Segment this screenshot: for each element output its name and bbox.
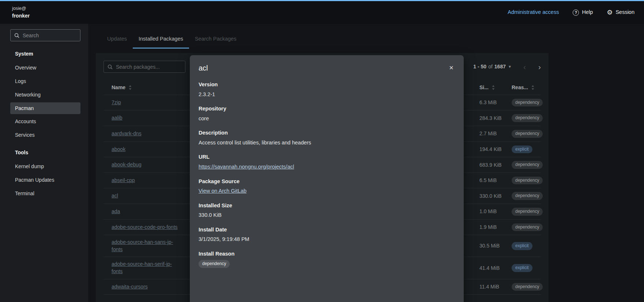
sidebar-item-accounts[interactable]: Accounts bbox=[10, 116, 80, 128]
nav-section-tools: Tools bbox=[0, 146, 88, 159]
modal-field-install-date: Install Date3/1/2025, 9:19:48 PM bbox=[199, 226, 455, 243]
help-menu[interactable]: ? Help bbox=[573, 9, 593, 16]
search-icon bbox=[14, 33, 19, 38]
user-host-block[interactable]: josie@ fronker bbox=[12, 5, 30, 19]
field-label: Installed Size bbox=[199, 202, 455, 209]
sidebar-search-box[interactable] bbox=[10, 29, 80, 41]
field-label: Version bbox=[199, 81, 455, 88]
field-value: View on Arch GitLab bbox=[199, 188, 455, 195]
field-value: Access control list utilities, libraries… bbox=[199, 139, 455, 147]
field-link[interactable]: View on Arch GitLab bbox=[199, 188, 246, 194]
package-detail-modal: acl × Version2.3.2-1RepositorycoreDescri… bbox=[190, 55, 464, 302]
field-link[interactable]: https://savannah.nongnu.org/projects/acl bbox=[199, 164, 294, 170]
sidebar-item-logs[interactable]: Logs bbox=[10, 75, 80, 87]
modal-field-description: DescriptionAccess control list utilities… bbox=[199, 129, 455, 146]
sidebar-item-pacman-updates[interactable]: Pacman Updates bbox=[10, 174, 80, 186]
field-value: dependency bbox=[199, 260, 455, 268]
sidebar-nav: SystemOverviewLogsNetworkingPacmanAccoun… bbox=[0, 47, 88, 200]
field-value: core bbox=[199, 115, 455, 122]
modal-field-version: Version2.3.2-1 bbox=[199, 81, 455, 98]
field-value: 2.3.2-1 bbox=[199, 91, 455, 98]
field-label: Install Reason bbox=[199, 250, 455, 258]
sidebar-item-terminal[interactable]: Terminal bbox=[10, 188, 80, 200]
close-icon[interactable]: × bbox=[448, 63, 455, 72]
modal-field-url: URLhttps://savannah.nongnu.org/projects/… bbox=[199, 154, 455, 170]
gear-icon: ⚙ bbox=[607, 9, 613, 16]
sidebar-item-kernel-dump[interactable]: Kernel dump bbox=[10, 161, 80, 173]
help-icon: ? bbox=[573, 10, 579, 16]
sidebar: SystemOverviewLogsNetworkingPacmanAccoun… bbox=[0, 24, 88, 302]
modal-body: Version2.3.2-1RepositorycoreDescriptionA… bbox=[199, 81, 455, 268]
field-label: URL bbox=[199, 154, 455, 161]
modal-title: acl bbox=[199, 63, 208, 73]
masthead: josie@ fronker Administrative access ? H… bbox=[0, 1, 644, 24]
session-label: Session bbox=[615, 9, 634, 16]
field-label: Description bbox=[199, 129, 455, 137]
help-label: Help bbox=[582, 9, 593, 16]
username: josie@ bbox=[12, 5, 30, 12]
modal-field-installed-size: Installed Size330.0 KiB bbox=[199, 202, 455, 219]
modal-field-install-reason: Install Reasondependency bbox=[199, 250, 455, 268]
sidebar-item-services[interactable]: Services bbox=[10, 129, 80, 141]
field-value: https://savannah.nongnu.org/projects/acl bbox=[199, 163, 455, 171]
modal-field-package-source: Package SourceView on Arch GitLab bbox=[199, 178, 455, 195]
field-value: 3/1/2025, 9:19:48 PM bbox=[199, 236, 455, 243]
administrative-access-link[interactable]: Administrative access bbox=[508, 9, 559, 16]
session-menu[interactable]: ⚙ Session bbox=[607, 9, 634, 16]
hostname: fronker bbox=[12, 12, 30, 19]
field-label: Package Source bbox=[199, 178, 455, 185]
modal-field-repository: Repositorycore bbox=[199, 105, 455, 122]
sidebar-item-networking[interactable]: Networking bbox=[10, 89, 80, 101]
field-value: 330.0 KiB bbox=[199, 212, 455, 219]
field-label: Repository bbox=[199, 105, 455, 113]
sidebar-item-pacman[interactable]: Pacman bbox=[10, 102, 80, 114]
sidebar-item-overview[interactable]: Overview bbox=[10, 62, 80, 74]
nav-section-system: System bbox=[0, 47, 88, 61]
field-label: Install Date bbox=[199, 226, 455, 234]
modal-header: acl × bbox=[199, 63, 455, 73]
sidebar-search-input[interactable] bbox=[23, 33, 76, 38]
reason-badge: dependency bbox=[199, 260, 230, 268]
